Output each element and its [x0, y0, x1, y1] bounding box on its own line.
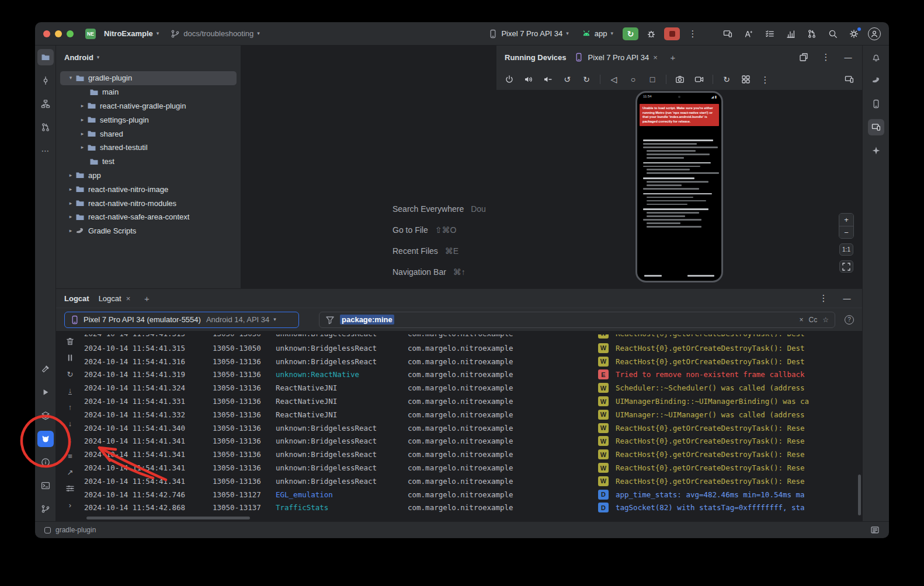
chevron-right-icon[interactable]: ▸ [66, 214, 75, 219]
close-tab-icon[interactable]: × [653, 53, 658, 62]
hide-panel-button[interactable]: — [841, 50, 855, 64]
project-view-selector[interactable]: Android ▾ [61, 51, 103, 64]
logcat-row[interactable]: 2024-10-14 11:54:41.31513050-13050unknow… [84, 341, 862, 355]
ai-assistant-button[interactable] [742, 27, 756, 41]
close-window-button[interactable] [43, 30, 50, 37]
status-module[interactable]: gradle-plugin [55, 526, 96, 534]
clear-logcat-icon[interactable] [65, 337, 75, 346]
logcat-row[interactable]: 2024-10-14 11:54:41.31913050-13136unknow… [84, 368, 862, 382]
more-tool-windows-button[interactable]: ⋯ [37, 142, 54, 159]
logcat-filter-field[interactable]: package:mine × Cc ☆ [319, 312, 835, 328]
logcat-row[interactable]: 2024-10-14 11:54:41.34113050-13136unknow… [84, 461, 862, 475]
scroll-to-end-icon[interactable]: ↓ [65, 386, 75, 395]
help-icon[interactable]: ? [845, 315, 854, 325]
volume-down-icon[interactable] [542, 74, 554, 85]
build-tool-button[interactable] [37, 361, 54, 377]
logcat-row[interactable]: 2024-10-14 11:54:41.32413050-13136ReactN… [84, 381, 862, 395]
debug-button[interactable] [644, 27, 658, 41]
project-tool-button[interactable] [37, 49, 54, 65]
tree-item-shared-testutil[interactable]: ▸shared-testutil [60, 141, 237, 155]
screen-record-icon[interactable] [693, 74, 705, 85]
pull-requests-button[interactable] [805, 27, 819, 41]
logcat-settings-icon[interactable] [65, 484, 75, 493]
hide-panel-button[interactable]: — [840, 291, 854, 305]
chevron-right-icon[interactable]: ▸ [78, 145, 87, 150]
run-config-selector[interactable]: app ▾ [578, 27, 617, 40]
logcat-row[interactable]: 2024-10-14 11:54:41.34113050-13136unknow… [84, 448, 862, 461]
tree-item-main[interactable]: main [60, 85, 237, 99]
chevron-down-icon[interactable]: ▾ [66, 75, 75, 81]
tree-item-react-native-nitro-modules[interactable]: ▸react-native-nitro-modules [60, 196, 237, 210]
chevron-right-icon[interactable]: ▸ [78, 117, 87, 123]
logcat-row[interactable]: 2024-10-14 11:54:42.74613050-13127EGL_em… [84, 488, 862, 501]
clear-filter-icon[interactable]: × [800, 316, 804, 324]
next-occurrence-icon[interactable]: ↓ [65, 418, 75, 428]
device-manager-button[interactable] [868, 96, 884, 112]
emulator-screen[interactable]: 11:54 ◢ ▮ Unable to load script. Make su… [635, 91, 723, 282]
tree-item-Gradle Scripts[interactable]: ▸Gradle Scripts [60, 224, 237, 238]
chevron-right-icon[interactable]: ▸ [66, 173, 75, 178]
zoom-in-button[interactable]: + [839, 214, 853, 226]
pull-requests-tool-button[interactable] [37, 119, 54, 135]
favorite-filter-icon[interactable]: ☆ [822, 316, 829, 324]
stop-button[interactable] [664, 27, 680, 40]
tree-item-test[interactable]: test [60, 155, 237, 169]
app-insights-tool-button[interactable] [37, 454, 54, 470]
new-device-tab-button[interactable]: + [666, 50, 680, 64]
gradle-tool-button[interactable] [868, 72, 884, 89]
project-selector[interactable]: NitroExample ▾ [100, 27, 162, 40]
home-icon[interactable]: ○ [627, 74, 639, 85]
rotate-right-icon[interactable]: ↻ [581, 74, 592, 85]
chevron-right-icon[interactable]: ▸ [78, 103, 87, 109]
device-tab[interactable]: Pixel 7 Pro API 34 × [574, 53, 657, 62]
search-everywhere-button[interactable] [826, 27, 840, 41]
more-run-actions-button[interactable]: ⋮ [686, 27, 700, 41]
panel-options-button[interactable]: ⋮ [817, 291, 831, 305]
pause-logcat-icon[interactable] [65, 353, 75, 362]
zoom-out-button[interactable]: − [839, 226, 853, 238]
editor-area[interactable]: Search EverywhereDouGo to File⇧⌘ORecent … [241, 46, 496, 288]
logcat-row[interactable]: 2024-10-14 11:54:41.31513050-13050unknow… [84, 334, 862, 341]
logcat-row[interactable]: 2024-10-14 11:54:41.34013050-13136unknow… [84, 421, 862, 435]
export-logs-icon[interactable]: ↗ [65, 468, 75, 477]
assistant-button[interactable] [868, 142, 884, 159]
zoom-fit-button[interactable] [839, 260, 853, 273]
display-mode-icon[interactable] [843, 74, 855, 85]
tree-item-shared[interactable]: ▸shared [60, 127, 237, 141]
chevron-right-icon[interactable]: ▸ [66, 228, 75, 233]
filter-query[interactable]: package:mine [340, 315, 394, 325]
todo-list-button[interactable] [763, 27, 777, 41]
logcat-row[interactable]: 2024-10-14 11:54:42.86813050-13137Traffi… [84, 501, 862, 515]
chevron-right-icon[interactable]: ▸ [78, 131, 87, 137]
close-tab-icon[interactable]: × [126, 294, 131, 303]
settings-button[interactable] [847, 27, 861, 41]
extended-controls-icon[interactable] [740, 74, 752, 85]
vertical-scrollbar[interactable] [858, 475, 861, 515]
logcat-row[interactable]: 2024-10-14 11:54:41.34113050-13136unknow… [84, 475, 862, 488]
float-window-button[interactable] [797, 50, 811, 64]
chevron-right-icon[interactable]: ▸ [66, 187, 75, 192]
logcat-device-selector[interactable]: Pixel 7 Pro API 34 (emulator-5554) Andro… [64, 312, 299, 328]
tree-item-gradle-plugin[interactable]: ▾gradle-plugin [60, 71, 237, 85]
restart-logcat-icon[interactable]: ↻ [65, 369, 75, 379]
back-icon[interactable]: ◁ [608, 74, 620, 85]
chevron-right-icon[interactable]: ▸ [66, 201, 75, 206]
volume-up-icon[interactable] [523, 74, 534, 85]
more-gutter-icon[interactable]: › [65, 500, 75, 510]
new-logcat-tab-button[interactable]: + [140, 291, 154, 305]
overview-icon[interactable]: □ [647, 74, 658, 85]
tree-item-react-native-gradle-plugin[interactable]: ▸react-native-gradle-plugin [60, 99, 237, 113]
zoom-window-button[interactable] [67, 30, 74, 37]
branch-selector[interactable]: docs/troubleshooting ▾ [167, 27, 263, 40]
panel-options-button[interactable]: ⋮ [819, 50, 833, 64]
zoom-reset-button[interactable]: 1:1 [839, 243, 853, 256]
power-icon[interactable] [503, 74, 515, 85]
snapshot-icon[interactable]: ↻ [721, 74, 732, 85]
logcat-row[interactable]: 2024-10-14 11:54:41.33213050-13136ReactN… [84, 408, 862, 421]
reader-mode-icon[interactable] [870, 525, 880, 535]
match-case-toggle[interactable]: Cc [809, 316, 818, 324]
logcat-row[interactable]: 2024-10-14 11:54:41.33113050-13136ReactN… [84, 395, 862, 408]
terminal-tool-button[interactable] [37, 477, 54, 494]
device-mirroring-button[interactable] [721, 27, 735, 41]
running-devices-button[interactable] [868, 119, 884, 135]
